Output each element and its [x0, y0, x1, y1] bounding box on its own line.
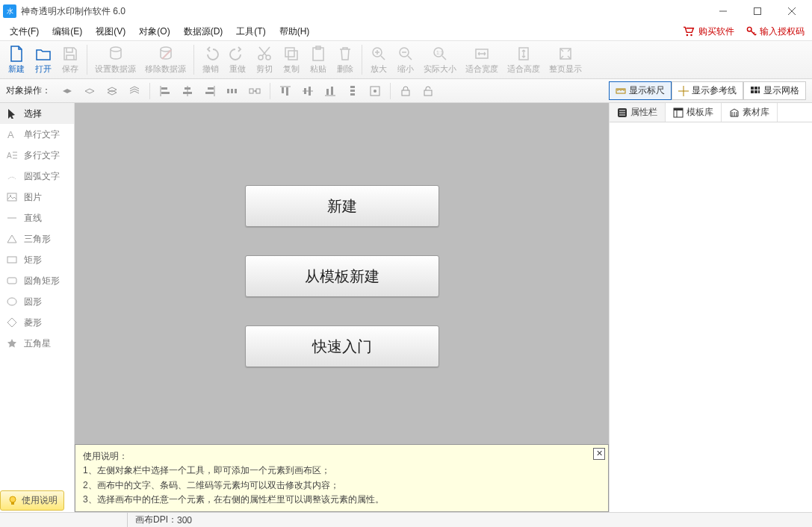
align-left-icon — [159, 85, 171, 97]
svg-text:A: A — [7, 129, 14, 140]
menubar: 文件(F) 编辑(E) 视图(V) 对象(O) 数据源(D) 工具(T) 帮助(… — [0, 22, 812, 40]
cart-icon — [682, 26, 695, 37]
menu-file[interactable]: 文件(F) — [3, 23, 46, 40]
tb-fit-width[interactable]: 适合宽度 — [461, 42, 503, 78]
enter-license-button[interactable]: 输入授权码 — [742, 24, 809, 40]
tool-rect[interactable]: 矩形 — [0, 249, 74, 270]
toggle-grid[interactable]: 显示网格 — [743, 81, 806, 100]
tb-delete[interactable]: 删除 — [332, 42, 359, 78]
tool-circle[interactable]: 圆形 — [0, 291, 74, 312]
layer-down[interactable] — [103, 82, 121, 100]
round-rect-icon — [7, 275, 17, 286]
tab-templates[interactable]: 模板库 — [666, 103, 722, 122]
svg-rect-68 — [7, 278, 16, 284]
zoom-out-icon — [397, 46, 414, 62]
svg-point-77 — [10, 496, 16, 502]
maximize-button[interactable] — [740, 0, 775, 22]
distribute-h[interactable] — [223, 82, 241, 100]
secondary-toolbar: 对象操作： 显示标尺 显示参考线 显示网格 — [0, 79, 812, 103]
open-folder-icon — [35, 46, 52, 62]
single-text-icon: A — [7, 129, 17, 140]
database-set-icon — [108, 46, 124, 62]
grid-icon — [750, 86, 760, 96]
tab-properties[interactable]: 属性栏 — [610, 103, 666, 122]
close-button[interactable] — [775, 0, 809, 22]
svg-rect-67 — [7, 257, 16, 263]
tool-select[interactable]: 选择 — [0, 103, 74, 124]
instructions-line1: 1、左侧对象栏中选择一个工具，即可添加一个元素到画布区； — [83, 464, 601, 478]
tb-save[interactable]: 保存 — [57, 42, 84, 78]
tb-zoom-in[interactable]: 放大 — [365, 42, 392, 78]
bring-front-icon — [61, 85, 73, 97]
tool-image[interactable]: 图片 — [0, 187, 74, 208]
right-panel: 属性栏 模板库 素材库 — [609, 103, 812, 512]
tb-new[interactable]: 新建 — [3, 42, 30, 78]
tool-triangle[interactable]: 三角形 — [0, 228, 74, 249]
lock[interactable] — [397, 82, 415, 100]
minimize-button[interactable] — [706, 0, 740, 22]
tb-remove-data[interactable]: 移除数据源 — [140, 42, 190, 78]
tool-multi-text[interactable]: A多行文字 — [0, 145, 74, 166]
tb-redo[interactable]: 重做 — [224, 42, 251, 78]
tool-diamond[interactable]: 菱形 — [0, 312, 74, 333]
toggle-ruler[interactable]: 显示标尺 — [609, 81, 672, 100]
menu-view[interactable]: 视图(V) — [89, 23, 132, 40]
svg-rect-45 — [331, 87, 333, 95]
instructions-line3: 3、选择画布中的任意一个元素，在右侧的属性栏里可以调整该元素的属性。 — [83, 493, 601, 507]
svg-rect-35 — [250, 89, 253, 93]
align-middle[interactable] — [299, 82, 317, 100]
align-right-icon — [204, 85, 216, 97]
help-tab[interactable]: 使用说明 — [0, 490, 64, 511]
btn-new-from-template[interactable]: 从模板新建 — [245, 255, 439, 297]
tool-round-rect[interactable]: 圆角矩形 — [0, 270, 74, 291]
btn-new-canvas[interactable]: 新建 — [245, 185, 439, 227]
tb-paste[interactable]: 粘贴 — [305, 42, 332, 78]
toggle-guide[interactable]: 显示参考线 — [672, 81, 743, 100]
paste-icon — [310, 46, 326, 62]
tab-assets[interactable]: 素材库 — [722, 103, 778, 122]
align-left[interactable] — [156, 82, 174, 100]
menu-object[interactable]: 对象(O) — [132, 23, 176, 40]
svg-rect-51 — [402, 90, 409, 96]
tb-undo[interactable]: 撤销 — [197, 42, 224, 78]
tb-zoom-out[interactable]: 缩小 — [392, 42, 419, 78]
menu-help[interactable]: 帮助(H) — [273, 23, 317, 40]
group[interactable] — [246, 82, 264, 100]
app-title: 神奇透明水印制作软件 6.0 — [21, 5, 125, 18]
tool-star[interactable]: 五角星 — [0, 333, 74, 354]
lock-icon — [400, 85, 412, 97]
svg-rect-52 — [424, 90, 432, 96]
tool-arc-text[interactable]: 圆弧文字 — [0, 166, 74, 187]
layer-front[interactable] — [58, 82, 76, 100]
tool-line[interactable]: 直线 — [0, 208, 74, 228]
tb-cut[interactable]: 剪切 — [251, 42, 278, 78]
btn-quick-start[interactable]: 快速入门 — [245, 325, 439, 367]
align-top[interactable] — [276, 82, 294, 100]
menu-tool[interactable]: 工具(T) — [229, 23, 272, 40]
svg-rect-32 — [227, 89, 229, 93]
align-bottom[interactable] — [321, 82, 339, 100]
instructions-close[interactable]: ✕ — [593, 448, 605, 460]
layer-up[interactable] — [81, 82, 99, 100]
distribute-v[interactable] — [344, 82, 362, 100]
menu-data[interactable]: 数据源(D) — [177, 23, 230, 40]
buy-software-button[interactable]: 购买软件 — [678, 24, 739, 40]
tb-copy[interactable]: 复制 — [278, 42, 305, 78]
menu-edit[interactable]: 编辑(E) — [46, 23, 89, 40]
align-right[interactable] — [201, 82, 219, 100]
svg-rect-64 — [7, 193, 16, 201]
fit-height-icon — [515, 46, 532, 62]
tb-fit-height[interactable]: 适合高度 — [503, 42, 545, 78]
library-icon — [729, 107, 740, 118]
unlock[interactable] — [419, 82, 437, 100]
layer-back[interactable] — [125, 82, 143, 100]
align-center-h[interactable] — [179, 82, 196, 100]
center-canvas[interactable] — [366, 82, 384, 100]
tb-fit-page[interactable]: 整页显示 — [545, 42, 586, 78]
tool-single-text[interactable]: A单行文字 — [0, 124, 74, 145]
bulb-icon — [7, 495, 19, 507]
image-icon — [7, 192, 17, 202]
tb-actual-size[interactable]: 1:1实际大小 — [419, 42, 461, 78]
tb-open[interactable]: 打开 — [30, 42, 57, 78]
tb-set-data[interactable]: 设置数据源 — [90, 42, 140, 78]
